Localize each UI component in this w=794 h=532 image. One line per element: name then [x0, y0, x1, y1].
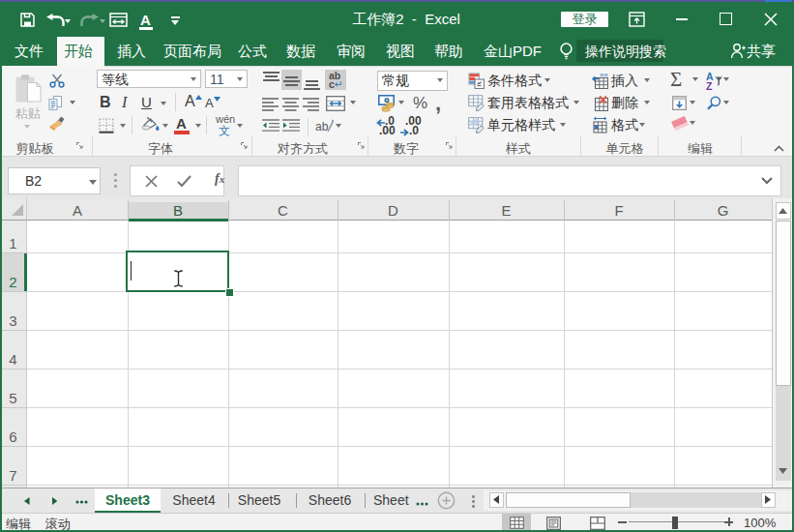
svg-text:Z: Z: [706, 80, 713, 91]
svg-text:ab: ab: [315, 120, 329, 133]
